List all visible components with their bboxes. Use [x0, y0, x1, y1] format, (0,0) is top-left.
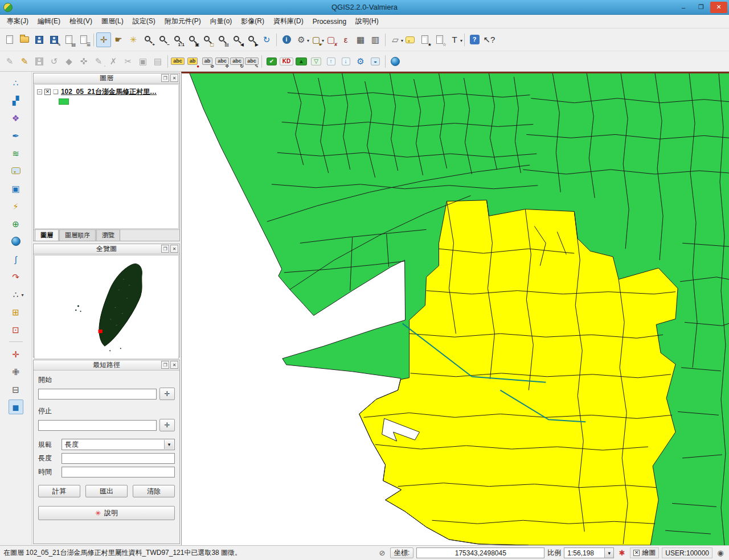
road-graph-icon[interactable]: ◼	[9, 400, 23, 414]
menu-item[interactable]: 資料庫(D)	[269, 15, 308, 28]
layer-visibility-checkbox[interactable]: ✕	[44, 89, 51, 95]
text-annotation-icon[interactable]: T	[447, 32, 462, 47]
attribute-table-icon[interactable]: ▦	[353, 32, 368, 47]
menu-item[interactable]: Processing	[308, 16, 351, 27]
select-expression-icon[interactable]: ε	[338, 32, 353, 47]
cut-features-icon[interactable]: ✂	[121, 54, 136, 69]
labeling-icon[interactable]: abc	[170, 54, 185, 69]
raster-square-icon[interactable]: ⊡	[9, 322, 23, 337]
feature-action-icon[interactable]: ⚙	[294, 32, 309, 47]
label-move-icon[interactable]: abc✜	[215, 54, 230, 69]
whats-this-icon[interactable]: ↖?	[482, 32, 497, 47]
float-panel-icon[interactable]: ❐	[161, 361, 169, 369]
menu-item[interactable]: 向量(o)	[206, 15, 237, 28]
contour-icon[interactable]: ≋	[9, 146, 23, 160]
new-project-icon[interactable]	[2, 32, 17, 47]
float-panel-icon[interactable]: ❐	[161, 74, 169, 82]
pen-icon[interactable]: ✒	[9, 128, 23, 143]
hook-icon[interactable]: ↷	[9, 269, 23, 284]
toggle-editing-icon[interactable]: ✎	[17, 54, 32, 69]
menu-item[interactable]: 專案(J)	[2, 15, 33, 28]
menu-item[interactable]: 附加元件(P)	[160, 15, 206, 28]
crs-status-icon[interactable]: ◉	[715, 548, 726, 558]
plugin-check-icon[interactable]: ✔	[264, 54, 279, 69]
identify-icon[interactable]: i	[279, 32, 294, 47]
map-tips-icon[interactable]	[403, 32, 417, 47]
new-composer-icon[interactable]: ▤	[62, 32, 76, 47]
save-edits-icon[interactable]	[32, 54, 47, 69]
capture-stop-button[interactable]: ✛	[159, 419, 175, 431]
close-panel-icon[interactable]: ✕	[170, 74, 178, 82]
export-plugin-icon[interactable]: ↑	[323, 54, 338, 69]
help-button[interactable]: ✳ 說明	[38, 506, 175, 520]
add-feature-icon[interactable]: ◆	[62, 54, 76, 69]
render-checkbox[interactable]: ✕	[633, 550, 640, 556]
measure-icon[interactable]: ▱	[388, 32, 403, 47]
scale-combobox[interactable]: 1:56,198	[564, 547, 614, 558]
panel-tab[interactable]: 瀏覽	[96, 229, 120, 241]
settings-plugin-icon[interactable]: ⚙	[353, 54, 368, 69]
globe-icon[interactable]	[388, 54, 403, 69]
export-button[interactable]: 匯出	[85, 485, 128, 497]
overlap-squares-icon[interactable]: ▣	[9, 181, 23, 196]
show-bookmarks-icon[interactable]: ☆	[432, 32, 447, 47]
move-feature-icon[interactable]: ✜	[76, 54, 91, 69]
overview-map[interactable]	[34, 255, 179, 359]
menu-item[interactable]: 檢視(V)	[65, 15, 97, 28]
node-tool-icon[interactable]: ✎∙	[91, 54, 106, 69]
spatialite-plugin-icon[interactable]: ◒	[368, 54, 383, 69]
close-button[interactable]: ✕	[710, 2, 727, 13]
voronoi-icon[interactable]: ❖	[9, 110, 23, 125]
length-input[interactable]	[62, 453, 175, 464]
coordinate-label[interactable]: 坐標:	[390, 547, 413, 558]
lightning-icon[interactable]: ⚡	[9, 199, 23, 213]
spline-icon[interactable]: ∫	[9, 252, 23, 266]
zoom-in-icon[interactable]: +	[141, 32, 155, 47]
menu-item[interactable]: 編輯(E)	[33, 15, 65, 28]
layer-item[interactable]: ✕ ❏ 102_05_21台澎金馬修正村里…	[35, 85, 178, 98]
menu-item[interactable]: 影像(R)	[236, 15, 269, 28]
composer-manager-icon[interactable]: ☰	[76, 32, 91, 47]
panel-tab[interactable]: 圖層	[35, 229, 59, 241]
time-input[interactable]	[62, 467, 175, 477]
label-rotate-icon[interactable]: abc↻	[230, 54, 244, 69]
criterion-select[interactable]: 長度	[62, 439, 175, 450]
checkerboard-icon[interactable]: ▞	[9, 93, 23, 108]
zoom-full-icon[interactable]: ▣	[185, 32, 200, 47]
minimize-button[interactable]: –	[675, 2, 692, 13]
zoom-out-icon[interactable]: −	[155, 32, 170, 47]
annotation-bubble-icon[interactable]	[9, 163, 23, 178]
help-icon[interactable]: ?	[467, 32, 482, 47]
kd-plugin-icon[interactable]: KD	[279, 54, 294, 69]
pan-to-selection-icon[interactable]: ✳	[126, 32, 141, 47]
rotate-feature-icon[interactable]: ↺	[47, 54, 62, 69]
current-edits-icon[interactable]: ✎	[2, 54, 17, 69]
layer-name[interactable]: 102_05_21台澎金馬修正村里…	[61, 87, 157, 97]
render-toggle[interactable]: ✕ 繪圖	[630, 547, 659, 558]
label-hide-icon[interactable]: ab⊘	[200, 54, 215, 69]
delete-selected-icon[interactable]: ✗	[106, 54, 121, 69]
offset-point-icon[interactable]: ✛	[9, 347, 23, 361]
new-bookmark-icon[interactable]: ★	[417, 32, 432, 47]
float-panel-icon[interactable]: ❐	[161, 245, 169, 253]
style-plugin-icon[interactable]: ▽	[309, 54, 323, 69]
globe-blue-icon[interactable]	[9, 234, 23, 249]
zoom-to-selection-icon[interactable]: ▢	[200, 32, 215, 47]
forest-plugin-icon[interactable]: ▲	[294, 54, 309, 69]
import-plugin-icon[interactable]: ↓	[338, 54, 353, 69]
paste-features-icon[interactable]: ▤	[150, 54, 165, 69]
refresh-icon[interactable]: ↻	[259, 32, 274, 47]
field-calculator-icon[interactable]: ▥	[368, 32, 383, 47]
coordinate-toggle-icon[interactable]: ⊘	[377, 548, 387, 558]
zoom-to-layer-icon[interactable]: ▤	[215, 32, 230, 47]
menu-item[interactable]: 圖層(L)	[97, 15, 128, 28]
close-panel-icon[interactable]: ✕	[170, 361, 178, 369]
label-pin-icon[interactable]: ab●	[185, 54, 200, 69]
lrs-icon[interactable]: ⊟	[9, 382, 23, 397]
capture-start-button[interactable]: ✛	[159, 388, 175, 400]
stop-input[interactable]	[38, 420, 157, 431]
close-panel-icon[interactable]: ✕	[170, 245, 178, 253]
start-input[interactable]	[38, 389, 157, 400]
menu-item[interactable]: 說明(H)	[351, 15, 383, 28]
flowchart-icon[interactable]: ⊞	[9, 304, 23, 319]
